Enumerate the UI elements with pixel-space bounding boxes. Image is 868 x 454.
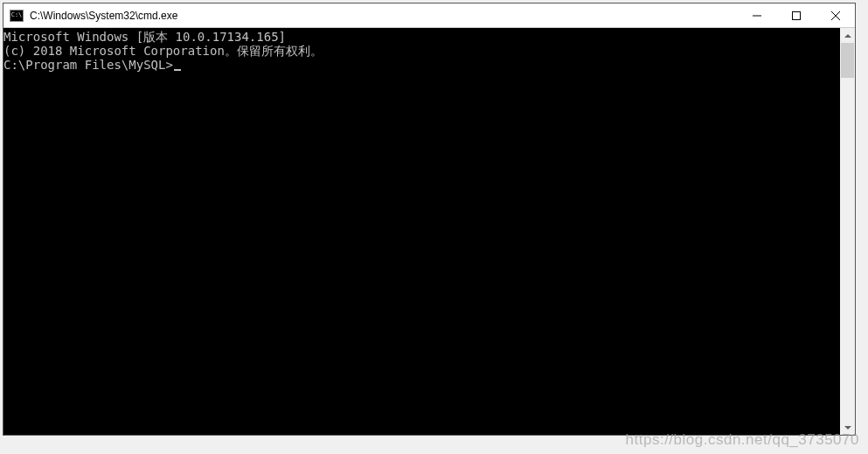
terminal-prompt: C:\Program Files\MySQL>	[3, 58, 173, 72]
terminal-line: Microsoft Windows [版本 10.0.17134.165]	[3, 30, 840, 44]
close-button[interactable]	[816, 3, 855, 27]
maximize-button[interactable]	[776, 3, 816, 27]
close-icon	[831, 11, 840, 20]
terminal-output[interactable]: Microsoft Windows [版本 10.0.17134.165](c)…	[3, 28, 840, 435]
cmd-window: C:\ C:\Windows\System32\cmd.exe Microsof…	[3, 3, 856, 436]
svg-rect-1	[792, 11, 800, 19]
terminal-line: (c) 2018 Microsoft Corporation。保留所有权利。	[3, 44, 840, 58]
chevron-down-icon	[844, 426, 851, 430]
cmd-icon: C:\	[10, 10, 24, 22]
window-controls	[737, 3, 855, 27]
maximize-icon	[792, 11, 801, 20]
titlebar[interactable]: C:\ C:\Windows\System32\cmd.exe	[3, 3, 855, 28]
minimize-icon	[753, 11, 761, 20]
scroll-down-button[interactable]	[840, 420, 855, 435]
vertical-scrollbar[interactable]	[840, 28, 855, 435]
content-area: Microsoft Windows [版本 10.0.17134.165](c)…	[3, 28, 855, 435]
scroll-up-button[interactable]	[840, 28, 855, 43]
minimize-button[interactable]	[737, 3, 776, 27]
scroll-thumb[interactable]	[841, 43, 854, 78]
terminal-cursor	[174, 69, 181, 71]
chevron-up-icon	[844, 34, 851, 38]
terminal-prompt-line: C:\Program Files\MySQL>	[3, 58, 840, 72]
svg-marker-4	[844, 34, 851, 38]
svg-marker-5	[844, 426, 851, 430]
window-title: C:\Windows\System32\cmd.exe	[30, 10, 737, 22]
